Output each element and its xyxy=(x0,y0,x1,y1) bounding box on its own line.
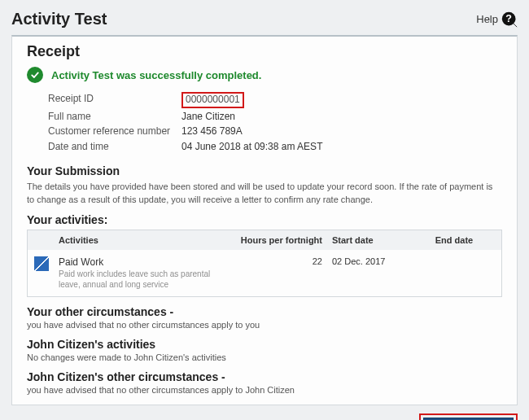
activities-table: Activities Hours per fortnight Start dat… xyxy=(27,230,502,297)
receipt-heading: Receipt xyxy=(27,43,502,60)
page-title: Activity Test xyxy=(11,10,107,28)
return-highlight: Return to Home xyxy=(419,413,518,420)
table-header: Activities Hours per fortnight Start dat… xyxy=(28,230,501,250)
svg-text:?: ? xyxy=(505,13,512,24)
col-activities: Activities xyxy=(59,235,226,245)
success-check-icon xyxy=(27,67,43,83)
other-circ-text: you have advised that no other circumsta… xyxy=(27,320,502,330)
submission-text: The details you have provided have been … xyxy=(27,181,502,207)
datetime-label: Date and time xyxy=(48,140,181,154)
col-hours: Hours per fortnight xyxy=(226,235,332,245)
receipt-id-value: 0000000001 xyxy=(181,92,244,108)
full-name-value: Jane Citizen xyxy=(181,110,235,124)
datetime-value: 04 June 2018 at 09:38 am AEST xyxy=(181,140,322,154)
crn-value: 123 456 789A xyxy=(181,125,243,138)
partner-activities-text: No changes were made to John Citizen's a… xyxy=(27,352,502,362)
success-message: Activity Test was successfully completed… xyxy=(51,69,261,81)
activity-name: Paid Work xyxy=(59,256,226,268)
activity-description: Paid work includes leave such as parenta… xyxy=(59,269,226,290)
help-link[interactable]: Help ? xyxy=(476,11,518,28)
partner-activities-heading: John Citizen's activities xyxy=(27,338,502,351)
other-circ-heading: Your other circumstances - xyxy=(27,305,502,318)
receipt-id-label: Receipt ID xyxy=(48,92,181,108)
activity-start: 02 Dec. 2017 xyxy=(332,256,413,266)
col-start: Start date xyxy=(332,235,413,245)
partner-circ-heading: John Citizen's other circumstances - xyxy=(27,370,502,383)
table-row: Paid Work Paid work includes leave such … xyxy=(28,250,501,296)
help-icon: ? xyxy=(501,11,518,28)
crn-label: Customer reference number xyxy=(48,125,181,138)
activity-icon xyxy=(34,256,49,271)
submission-heading: Your Submission xyxy=(27,164,502,177)
partner-circ-text: you have advised that no other circumsta… xyxy=(27,385,502,395)
activities-heading: Your activities: xyxy=(27,213,502,226)
col-end: End date xyxy=(413,235,495,245)
activity-hours: 22 xyxy=(226,256,332,266)
receipt-panel: Receipt Activity Test was successfully c… xyxy=(11,35,518,405)
help-label: Help xyxy=(476,13,498,25)
full-name-label: Full name xyxy=(48,110,181,124)
